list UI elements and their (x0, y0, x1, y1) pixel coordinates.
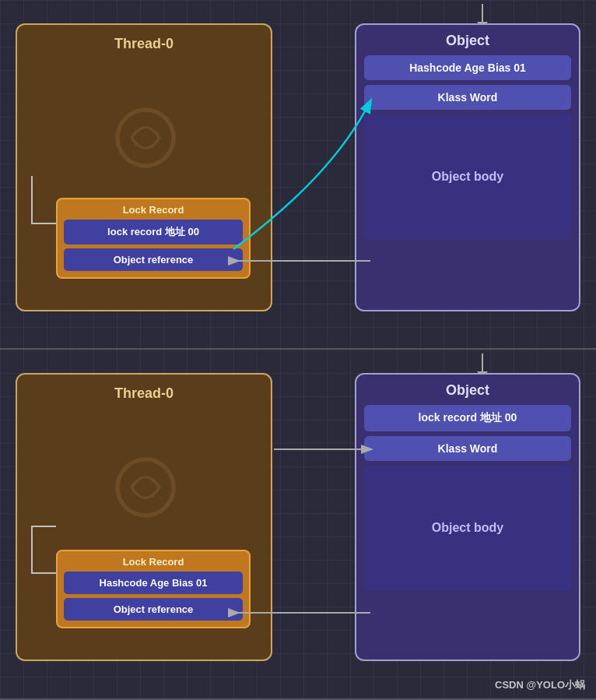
lock-record-field-1-0: lock record 地址 00 (64, 220, 243, 244)
object-body-1: Object body (364, 114, 571, 239)
bracket-left-vert-1 (31, 178, 33, 224)
lock-record-box-1: Lock Record lock record 地址 00 Object ref… (56, 198, 251, 279)
object-field-2-1: Klass Word (364, 436, 571, 461)
svg-point-4 (117, 459, 174, 515)
object-label-2: Object (364, 382, 571, 405)
object-box-1: Object Hashcode Age Bias 01 Klass Word O… (355, 23, 580, 311)
lock-record-label-2: Lock Record (64, 556, 243, 568)
object-box-2: Object lock record 地址 00 Klass Word Obje… (355, 373, 580, 661)
bracket-top-horiz-2 (31, 526, 56, 527)
object-body-2: Object body (364, 466, 571, 590)
lock-record-field-2-0: Hashcode Age Bias 01 (64, 572, 243, 594)
bracket-bot-horiz-1 (31, 223, 56, 224)
object-field-1-1: Klass Word (364, 85, 571, 110)
lock-record-label-1: Lock Record (64, 204, 243, 216)
thread-box-2: Thread-0 Lock Record Hashcode Age Bias 0… (16, 373, 272, 661)
section-2: Thread-0 Lock Record Hashcode Age Bias 0… (0, 350, 596, 700)
svg-point-0 (117, 110, 174, 166)
thread-icon-2 (110, 452, 181, 522)
thread-icon-1 (110, 103, 181, 173)
lock-record-field-2-1: Object reference (64, 598, 243, 621)
thread-box-1: Thread-0 Lock Record lock record 地址 00 O… (16, 23, 272, 311)
thread-label-1: Thread-0 (17, 25, 271, 52)
bracket-top-end-1 (31, 176, 33, 178)
bracket-left-vert-2 (31, 527, 33, 574)
watermark: CSDN @YOLO小蜗 (495, 678, 585, 692)
bracket-bot-horiz-2 (31, 572, 56, 574)
object-field-2-0: lock record 地址 00 (364, 405, 571, 431)
object-field-1-0: Hashcode Age Bias 01 (364, 55, 571, 80)
thread-label-2: Thread-0 (17, 375, 271, 402)
section-1: Thread-0 Lock Record lock record 地址 00 O… (0, 0, 596, 350)
lock-record-field-1-1: Object reference (64, 248, 243, 271)
object-label-1: Object (364, 33, 571, 55)
lock-record-box-2: Lock Record Hashcode Age Bias 01 Object … (56, 550, 251, 628)
